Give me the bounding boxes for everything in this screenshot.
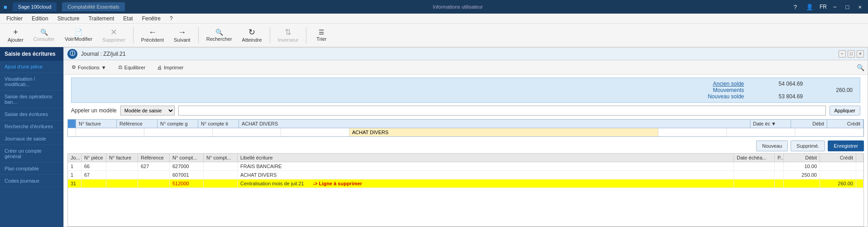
model-input[interactable] [178, 106, 826, 116]
fonctions-button[interactable]: ⚙ Fonctions ▼ [67, 63, 110, 72]
action-buttons: Nouveau Supprimé. Enregistrer [64, 139, 868, 153]
entry-indicator-input[interactable] [68, 128, 76, 136]
search-button[interactable]: 🔍 Rechercher [202, 27, 236, 44]
sidebar-item-creer[interactable]: Créer un compte général [0, 145, 63, 163]
user-icon[interactable]: 👤 [803, 3, 816, 11]
td-facture-2 [106, 171, 138, 179]
sort-button[interactable]: ☰ Trier [310, 27, 333, 44]
td-scroll-2 [856, 171, 863, 179]
journal-restore-btn[interactable]: □ [848, 50, 855, 58]
td-piece-1: 66 [81, 162, 106, 170]
enregistrer-button[interactable]: Enregistrer [828, 140, 864, 151]
td-libelle-3: Centralisation mois de juil.21 -> Ligne … [238, 179, 734, 188]
delete-button[interactable]: ✕ Supprimer [98, 26, 129, 45]
sort-icon: ☰ [319, 29, 324, 35]
nouveau-solde-row: Nouveau solde 53 804.69 [79, 93, 853, 100]
close-btn[interactable]: × [855, 3, 864, 11]
goto-button[interactable]: ↻ Atteindre [238, 26, 266, 45]
menu-etat[interactable]: Etat [119, 14, 137, 23]
prev-button[interactable]: ← Précédent [137, 26, 168, 45]
th-piece: N° pièce [81, 154, 106, 162]
entry-debit-input[interactable] [727, 128, 795, 136]
sidebar-item-ajout[interactable]: Ajout d'une pièce [0, 61, 63, 73]
goto-icon: ↻ [248, 28, 255, 36]
minimize-btn[interactable]: − [830, 3, 839, 11]
edit-icon: 📄 [75, 29, 82, 35]
ancien-solde-row: Ancien solde 54 064.69 [79, 81, 853, 87]
td-credit-2 [820, 171, 856, 179]
td-credit-1 [820, 162, 856, 170]
entries-table: Jo... N° pièce N° facture Référence N° c… [67, 153, 864, 227]
td-ref-1: 627 [138, 162, 170, 170]
entry-libelle-input[interactable] [349, 128, 658, 136]
journal-close-btn[interactable]: × [857, 50, 864, 58]
menu-traitement[interactable]: Traitement [84, 14, 119, 23]
inverse-button[interactable]: ⇅ Inverseur [274, 26, 303, 45]
title-center: Informations utilisateur [433, 4, 483, 10]
td-date-2 [734, 171, 775, 179]
td-jo-3: 31 [68, 179, 81, 188]
balance-area: Ancien solde 54 064.69 Mouvements 260.00… [71, 77, 860, 103]
supprimer-button[interactable]: Supprimé. [791, 140, 825, 151]
entry-credit-input[interactable] [795, 128, 863, 136]
help-icon[interactable]: ? [791, 3, 800, 11]
content-area: ⓘ Journal : ZZ/juil.21 − □ × ⚙ Fonctions… [63, 47, 868, 227]
apply-button[interactable]: Appliquer [830, 106, 860, 116]
table-row-highlighted[interactable]: 31 512000 Centralisation mois de juil.21… [68, 179, 863, 188]
entry-date-input[interactable] [658, 128, 727, 136]
entry-facture-input[interactable] [76, 128, 144, 136]
nouveau-button[interactable]: Nouveau [756, 140, 788, 151]
tab-sage100cloud[interactable]: Sage 100cloud [13, 2, 57, 11]
col-header-debit: Débit [791, 120, 827, 128]
th-libelle: Libellé écriture [238, 154, 734, 162]
sidebar-item-codes[interactable]: Codes journaux [0, 175, 63, 187]
sidebar-item-visu[interactable]: Visualisation / modificati... [0, 73, 63, 91]
restore-btn[interactable]: □ [843, 3, 852, 11]
add-icon: + [13, 28, 18, 36]
sidebar-item-saisie[interactable]: Saisie des écritures [0, 108, 63, 121]
date-filter-icon[interactable]: ▼ [771, 121, 776, 126]
sidebar-item-recherche[interactable]: Recherche d'écritures [0, 121, 63, 133]
view-modify-button[interactable]: 📄 Voir/Modifier [61, 27, 96, 44]
col-header-indicator [68, 120, 76, 128]
menu-fichier[interactable]: Fichier [2, 14, 27, 23]
imprimer-button[interactable]: 🖨 Imprimer [153, 63, 187, 72]
menu-help[interactable]: ? [165, 14, 177, 23]
consult-button[interactable]: 🔍 Consulter [29, 27, 59, 44]
td-jo-1: 1 [68, 162, 81, 170]
table-row[interactable]: 1 66 627 627000 FRAIS BANCAIRE 10.00 [68, 162, 863, 171]
title-bar-right: ? 👤 FR − □ × [791, 3, 864, 11]
tab-comptabilite[interactable]: Comptabilité Essentials [62, 2, 124, 11]
td-compteti-1 [204, 162, 238, 170]
consult-label: Consulter [33, 36, 55, 42]
model-select[interactable]: Modèle de saisie [120, 106, 175, 116]
sidebar-item-operations[interactable]: Saisie des opérations ban... [0, 91, 63, 108]
next-button[interactable]: → Suivant [170, 26, 195, 45]
col-header-reference: Référence [117, 120, 157, 128]
td-compte-3: 512000 [170, 179, 204, 188]
equilibrer-button[interactable]: ⚖ Equilibrer [114, 63, 149, 72]
td-piece-3 [81, 179, 106, 188]
menu-structure[interactable]: Structure [53, 14, 84, 23]
main-toolbar: + Ajouter 🔍 Consulter 📄 Voir/Modifier ✕ … [0, 24, 868, 47]
entry-reference-input[interactable] [144, 128, 213, 136]
td-piece-2: 67 [81, 171, 106, 179]
ancien-solde-label[interactable]: Ancien solde [713, 81, 744, 87]
add-button[interactable]: + Ajouter [4, 26, 28, 45]
menu-fenetre[interactable]: Fenêtre [138, 14, 165, 23]
journal-search-icon[interactable]: 🔍 [857, 64, 864, 71]
menu-edition[interactable]: Edition [27, 14, 53, 23]
equilibrer-label: Equilibrer [124, 65, 145, 70]
language-label: FR [820, 4, 827, 10]
table-row[interactable]: 1 67 607001 ACHAT DIVERS 250.00 [68, 171, 863, 179]
sidebar-item-plan[interactable]: Plan comptable [0, 163, 63, 175]
sep4 [306, 27, 306, 43]
entry-compte-g-input[interactable] [213, 128, 281, 136]
td-debit-3 [784, 179, 820, 188]
journal-window: ⓘ Journal : ZZ/juil.21 − □ × ⚙ Fonctions… [63, 47, 868, 227]
sep2 [198, 27, 199, 43]
journal-info-icon[interactable]: ⓘ [67, 49, 77, 59]
journal-minimize-btn[interactable]: − [839, 50, 846, 58]
sidebar-item-journaux[interactable]: Journaux de saisie [0, 133, 63, 145]
entry-compte-ti-input[interactable] [281, 128, 349, 136]
